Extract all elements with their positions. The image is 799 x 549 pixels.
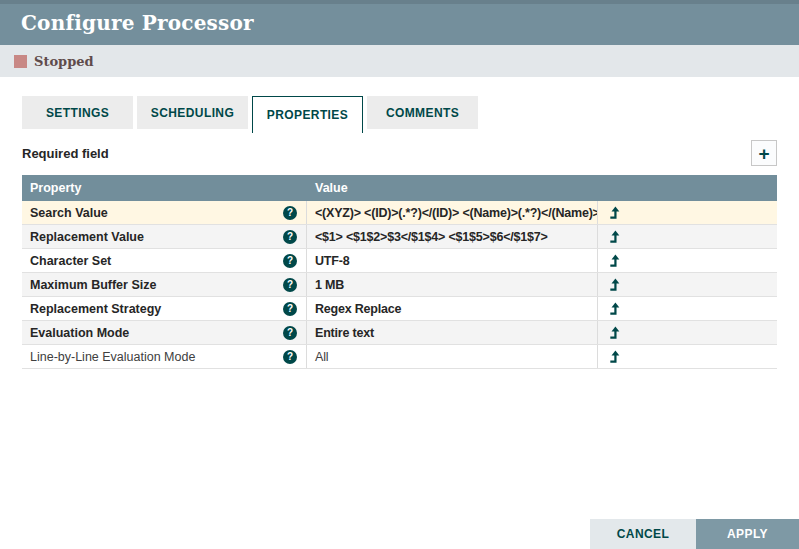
apply-button[interactable]: APPLY <box>696 519 799 549</box>
tab-bar: SETTINGS SCHEDULING PROPERTIES COMMENTS <box>22 96 482 133</box>
tab-properties[interactable]: PROPERTIES <box>252 96 363 133</box>
arrow-cell <box>597 201 777 224</box>
arrow-cell <box>597 297 777 320</box>
property-value: 1 MB <box>315 278 344 292</box>
property-cell: Search Value ? <box>22 201 306 224</box>
table-row: Replacement Value ? <$1> <$1$2>$3</$1$4>… <box>22 225 777 249</box>
tab-settings[interactable]: SETTINGS <box>22 96 133 129</box>
tab-label: SCHEDULING <box>151 106 234 120</box>
property-value: <(XYZ)> <(ID)>(.*?)</(ID)> <(Name)>(.*?)… <box>315 206 597 220</box>
table-row: Line-by-Line Evaluation Mode ? All <box>22 345 777 369</box>
property-name: Line-by-Line Evaluation Mode <box>30 350 195 364</box>
level-up-arrow-icon[interactable] <box>608 326 621 339</box>
dialog-header: Configure Processor <box>0 0 799 45</box>
plus-icon: + <box>758 144 769 163</box>
property-value: UTF-8 <box>315 254 349 268</box>
cancel-button[interactable]: CANCEL <box>590 519 696 549</box>
property-name: Search Value <box>30 206 108 220</box>
property-value-cell[interactable]: All <box>306 345 597 368</box>
level-up-arrow-icon[interactable] <box>608 206 621 219</box>
help-icon[interactable]: ? <box>283 278 297 292</box>
help-icon[interactable]: ? <box>283 350 297 364</box>
level-up-arrow-icon[interactable] <box>608 302 621 315</box>
properties-table: Property Value Search Value ? <(XYZ)> <(… <box>22 175 777 369</box>
help-icon[interactable]: ? <box>283 254 297 268</box>
table-row: Replacement Strategy ? Regex Replace <box>22 297 777 321</box>
configure-processor-dialog: Configure Processor Stopped SETTINGS SCH… <box>0 0 799 549</box>
property-cell: Line-by-Line Evaluation Mode ? <box>22 345 306 368</box>
arrow-cell <box>597 321 777 344</box>
help-icon[interactable]: ? <box>283 230 297 244</box>
property-value: <$1> <$1$2>$3</$1$4> <$1$5>$6</$1$7> <box>315 230 548 244</box>
arrow-cell <box>597 249 777 272</box>
level-up-arrow-icon[interactable] <box>608 278 621 291</box>
property-value: Regex Replace <box>315 302 401 316</box>
property-value: All <box>315 350 328 364</box>
help-icon[interactable]: ? <box>283 206 297 220</box>
required-field-row: Required field + <box>22 140 777 166</box>
table-row: Evaluation Mode ? Entire text <box>22 321 777 345</box>
property-name: Replacement Value <box>30 230 144 244</box>
properties-table-body: Search Value ? <(XYZ)> <(ID)>(.*?)</(ID)… <box>22 201 777 369</box>
table-row: Character Set ? UTF-8 <box>22 249 777 273</box>
required-field-label: Required field <box>22 146 109 161</box>
level-up-arrow-icon[interactable] <box>608 230 621 243</box>
level-up-arrow-icon[interactable] <box>608 254 621 267</box>
property-name: Character Set <box>30 254 111 268</box>
table-row: Search Value ? <(XYZ)> <(ID)>(.*?)</(ID)… <box>22 201 777 225</box>
property-value-cell[interactable]: 1 MB <box>306 273 597 296</box>
stopped-status-icon <box>14 55 27 68</box>
property-name: Evaluation Mode <box>30 326 129 340</box>
property-value-cell[interactable]: <(XYZ)> <(ID)>(.*?)</(ID)> <(Name)>(.*?)… <box>306 201 597 224</box>
footer-buttons: CANCEL APPLY <box>590 519 799 549</box>
help-icon[interactable]: ? <box>283 326 297 340</box>
properties-table-header: Property Value <box>22 175 777 201</box>
add-property-button[interactable]: + <box>751 140 777 166</box>
column-header-property: Property <box>22 181 306 195</box>
table-row: Maximum Buffer Size ? 1 MB <box>22 273 777 297</box>
column-header-value: Value <box>306 181 348 195</box>
dialog-title: Configure Processor <box>21 11 254 35</box>
property-name: Replacement Strategy <box>30 302 161 316</box>
tab-label: PROPERTIES <box>267 108 348 122</box>
property-value-cell[interactable]: Entire text <box>306 321 597 344</box>
tab-scheduling[interactable]: SCHEDULING <box>137 96 248 129</box>
property-value-cell[interactable]: Regex Replace <box>306 297 597 320</box>
status-bar: Stopped <box>0 45 799 77</box>
arrow-cell <box>597 345 777 368</box>
property-cell: Maximum Buffer Size ? <box>22 273 306 296</box>
property-cell: Evaluation Mode ? <box>22 321 306 344</box>
arrow-cell <box>597 225 777 248</box>
property-value: Entire text <box>315 326 374 340</box>
tab-comments[interactable]: COMMENTS <box>367 96 478 129</box>
help-icon[interactable]: ? <box>283 302 297 316</box>
tab-label: SETTINGS <box>46 106 109 120</box>
property-value-cell[interactable]: UTF-8 <box>306 249 597 272</box>
property-cell: Replacement Strategy ? <box>22 297 306 320</box>
property-name: Maximum Buffer Size <box>30 278 156 292</box>
arrow-cell <box>597 273 777 296</box>
level-up-arrow-icon[interactable] <box>608 350 621 363</box>
property-value-cell[interactable]: <$1> <$1$2>$3</$1$4> <$1$5>$6</$1$7> <box>306 225 597 248</box>
status-label: Stopped <box>34 54 94 69</box>
property-cell: Replacement Value ? <box>22 225 306 248</box>
tab-label: COMMENTS <box>386 106 459 120</box>
property-cell: Character Set ? <box>22 249 306 272</box>
